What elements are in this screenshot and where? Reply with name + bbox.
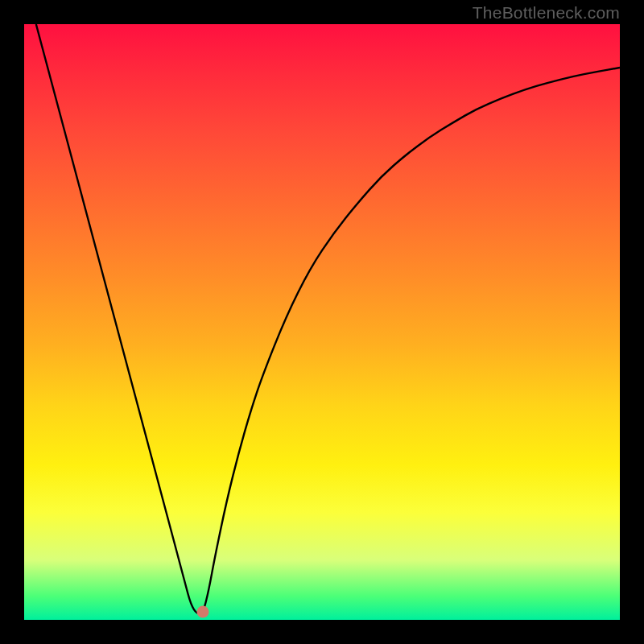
optimum-marker bbox=[197, 606, 209, 618]
plot-area bbox=[24, 24, 620, 620]
bottleneck-curve bbox=[36, 24, 620, 614]
curve-svg bbox=[24, 24, 620, 620]
watermark-text: TheBottleneck.com bbox=[473, 3, 620, 23]
chart-frame: TheBottleneck.com bbox=[0, 0, 644, 644]
